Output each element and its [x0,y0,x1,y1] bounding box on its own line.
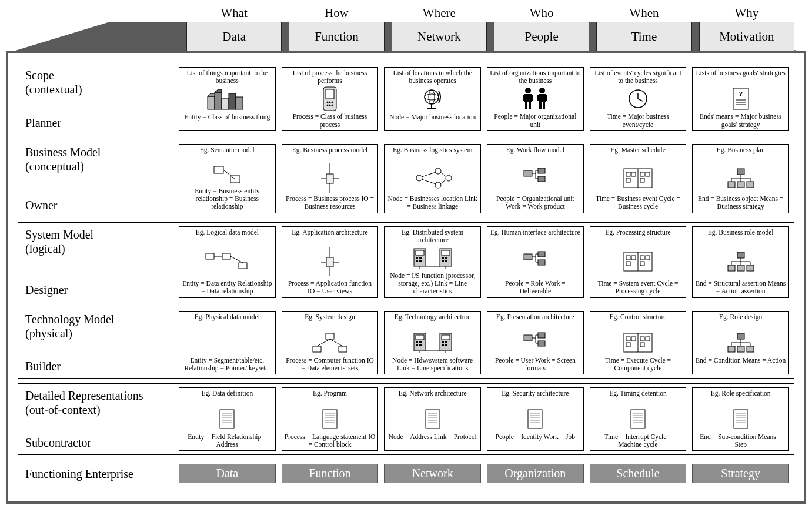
cell-4-4: Eg. Timing detention Time = Interrupt Cy… [590,387,687,451]
page-icon [490,405,581,433]
row-subtitle: (conceptual) [25,160,84,173]
cell-0-4: List of events' cycles significant to th… [590,67,687,131]
cell-4-1: Eg. Program Process = Language statement… [282,387,379,451]
cell-bot: Ends' means = Major business goals' stra… [695,113,786,128]
cell-1-2: Eg. Business logistics system Node = Bus… [384,144,481,213]
tab-time: Time [596,22,691,51]
cell-top: Eg. System design [285,313,376,329]
svg-point-47 [435,182,441,188]
row-label: System Model(logical)Designer [23,226,173,298]
cell-bot: Entity = Data entity Relationship = Data… [182,280,273,295]
cell-top: Eg. Application architecture [285,229,376,244]
cell-top: Eg. Processing structure [593,229,684,244]
graph-icon [387,162,478,195]
svg-rect-181 [426,410,440,428]
tab-people: People [494,22,589,51]
svg-rect-78 [222,253,230,259]
svg-rect-147 [538,341,545,346]
sched-icon [593,329,684,357]
svg-rect-0 [208,96,215,109]
cell-top: Eg. Program [285,390,376,405]
svg-rect-93 [442,250,450,255]
row-role: Planner [25,116,171,130]
svg-line-129 [330,339,343,346]
globe-icon [387,85,478,113]
svg-rect-161 [728,346,735,352]
cell-2-2: Eg. Distributed system architecture Node… [384,226,481,298]
sched-icon [593,244,684,280]
cell-bot: Entity = Segment/table/etc. Relationship… [182,357,273,372]
sched-icon [593,162,684,195]
svg-rect-3 [229,93,236,109]
svg-rect-94 [442,257,444,259]
svg-point-24 [539,88,545,93]
svg-rect-2 [222,98,229,109]
cell-1-3: Eg. Work flow model People = Organizatio… [487,144,584,213]
svg-rect-126 [313,346,321,352]
cell-bot: End = Business object Means = Business s… [695,195,786,210]
svg-rect-135 [419,344,422,346]
svg-rect-23 [529,102,531,109]
svg-marker-5 [208,93,215,96]
cell-1-5: Eg. Business plan End = Business object … [692,144,789,213]
svg-rect-101 [524,254,532,260]
cell-bot: Entity = Field Relationship = Address [182,433,273,448]
svg-point-11 [331,102,333,103]
footer-strategy: Strategy [692,464,789,483]
cell-bot: Process = Class of business process [285,113,376,128]
svg-point-18 [525,88,531,93]
svg-rect-141 [445,344,447,346]
cell-top: List of events' cycles significant to th… [593,69,684,85]
svg-point-16 [425,94,439,100]
svg-rect-175 [323,410,337,428]
svg-rect-116 [737,252,744,258]
svg-line-52 [440,179,446,184]
cell-2-1: Eg. Application architecture Process = A… [282,226,379,298]
cell-bot: Time = Interrupt Cycle = Machine cycle [593,433,684,448]
svg-point-15 [425,90,439,104]
svg-line-32 [638,99,643,101]
svg-rect-137 [442,335,450,340]
buildings-icon [182,85,273,113]
row-subtitle: (physical) [25,327,72,340]
cell-3-1: Eg. System design Process = Computer fun… [282,311,379,374]
cell-bot: Time = Business event Cycle = Business c… [593,195,684,210]
page-icon [182,405,273,433]
footer-schedule: Schedule [590,464,687,483]
cell-3-5: Eg. Role design End = Condition Means = … [692,311,789,374]
er2-icon [182,162,273,188]
cell-2-5: Eg. Business role model End = Structural… [692,226,789,298]
svg-rect-38 [214,166,223,173]
cell-top: Eg. Security architecture [490,390,581,405]
page-icon [387,405,478,433]
svg-line-50 [422,179,436,184]
svg-rect-8 [326,89,334,99]
svg-rect-187 [528,410,542,428]
tab-function: Function [289,22,384,51]
footer-function: Function [282,464,379,483]
cell-top: Eg. Control structure [593,313,684,329]
svg-rect-127 [339,346,347,352]
svg-rect-91 [419,260,422,262]
svg-rect-42 [326,174,333,183]
svg-rect-22 [525,102,527,109]
cell-0-2: List of locations in which the business … [384,67,481,131]
svg-rect-4 [236,97,243,109]
row-label: Scope(contextual)Planner [23,67,173,131]
cell-1-4: Eg. Master schedule Time = Business even… [590,144,687,213]
cell-bot: Node = I/S function (processor, storage,… [387,272,478,296]
cell-bot: Time = Execute Cycle = Component cycle [593,357,684,372]
cell-0-5: Lists of business goals' strategies ? En… [692,67,789,131]
svg-rect-95 [445,257,447,259]
flow-v-icon [285,244,376,280]
cell-bot: People = Major organizational unit [490,113,581,128]
cell-bot: Entity = Business entity relationship = … [182,188,273,211]
svg-rect-193 [631,410,645,428]
svg-point-12 [326,105,328,106]
svg-rect-68 [737,169,744,175]
framework-body: Scope(contextual)PlannerList of things i… [6,51,806,504]
row-2: System Model(logical)DesignerEg. Logical… [18,222,794,302]
flow-v-icon [285,162,376,195]
cell-top: Eg. Business logistics system [387,146,478,162]
cell-top: Eg. Presentation architecture [490,313,581,329]
